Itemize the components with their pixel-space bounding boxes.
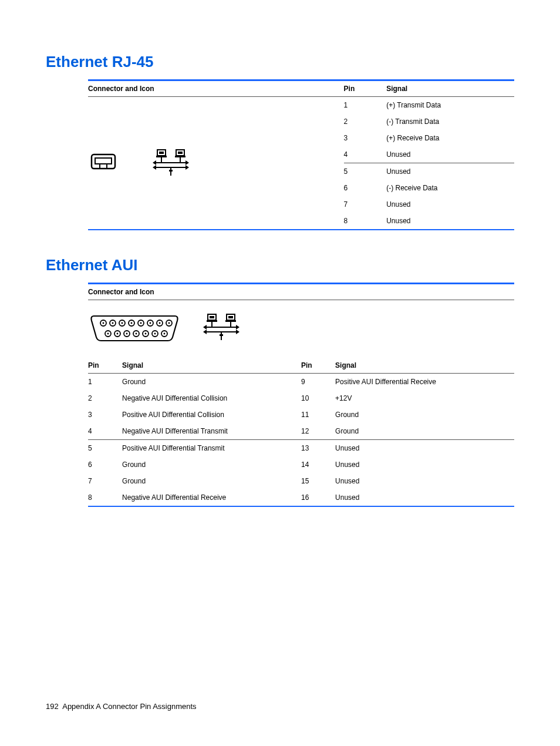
table-cell: 1 — [88, 374, 122, 391]
svg-point-35 — [112, 322, 114, 324]
svg-rect-5 — [156, 156, 167, 157]
network-icon — [202, 313, 241, 342]
table-cell: 6 — [344, 180, 387, 196]
col-signal: Signal — [386, 80, 514, 97]
table-cell: 3 — [88, 406, 122, 423]
svg-point-44 — [126, 333, 128, 335]
table-cell: Unused — [386, 213, 514, 230]
svg-rect-18 — [169, 170, 173, 172]
section-aui: Ethernet AUI Connector and Icon — [46, 256, 514, 507]
svg-point-40 — [159, 322, 161, 324]
table-cell: +12V — [335, 390, 514, 406]
svg-rect-4 — [159, 152, 164, 154]
svg-marker-16 — [185, 165, 189, 170]
table-cell: Ground — [122, 456, 301, 473]
svg-rect-50 — [210, 316, 214, 318]
table-cell: 4 — [88, 423, 122, 440]
table-cell: Ground — [122, 473, 301, 489]
table-cell: 6 — [88, 456, 122, 473]
table-cell: Negative AUI Differential Receive — [122, 489, 301, 506]
svg-point-47 — [154, 333, 156, 335]
svg-point-38 — [140, 322, 142, 324]
table-cell: 5 — [344, 163, 387, 180]
table-cell: Ground — [335, 423, 514, 440]
svg-rect-54 — [225, 320, 236, 322]
col-connector: Connector and Icon — [88, 80, 344, 97]
table-aui-pins: Pin Signal Pin Signal 1Ground 9Positive … — [88, 358, 514, 507]
table-cell: 4 — [344, 146, 387, 163]
table-cell: Unused — [335, 456, 514, 473]
col-signal: Signal — [335, 358, 514, 374]
col-pin: Pin — [301, 358, 335, 374]
table-cell: Unused — [386, 196, 514, 213]
svg-marker-58 — [203, 325, 207, 330]
svg-point-41 — [168, 322, 170, 324]
table-cell: 2 — [344, 113, 387, 130]
svg-point-37 — [131, 322, 133, 324]
col-pin: Pin — [344, 80, 387, 97]
table-cell: Unused — [335, 489, 514, 506]
table-cell: Unused — [335, 473, 514, 489]
table-cell: Positive AUI Differential Transmit — [122, 440, 301, 457]
table-cell: 10 — [301, 390, 335, 406]
table-cell: 2 — [88, 390, 122, 406]
connector-diagram-cell — [88, 300, 514, 358]
col-pin: Pin — [88, 358, 122, 374]
db15-connector-icon — [90, 312, 178, 343]
table-cell: Negative AUI Differential Collision — [122, 390, 301, 406]
table-cell: Positive AUI Differential Collision — [122, 406, 301, 423]
svg-rect-51 — [207, 320, 217, 322]
table-cell: Negative AUI Differential Transmit — [122, 423, 301, 440]
table-cell: 14 — [301, 456, 335, 473]
svg-marker-62 — [236, 330, 239, 334]
svg-point-45 — [136, 333, 137, 335]
section-rj45: Ethernet RJ-45 Connector and Icon Pin Si… — [46, 53, 514, 230]
svg-rect-64 — [220, 334, 223, 336]
svg-rect-8 — [175, 156, 185, 157]
table-cell: 1 — [344, 97, 387, 114]
svg-point-39 — [150, 322, 151, 324]
table-cell: 15 — [301, 473, 335, 489]
svg-marker-13 — [185, 160, 189, 165]
table-cell: (+) Transmit Data — [386, 97, 514, 114]
svg-point-48 — [164, 333, 166, 335]
svg-point-43 — [117, 333, 119, 335]
table-rj45: Connector and Icon Pin Signal — [88, 79, 514, 230]
table-cell: 8 — [344, 213, 387, 230]
table-cell: 3 — [344, 130, 387, 146]
table-cell: 11 — [301, 406, 335, 423]
table-cell: 16 — [301, 489, 335, 506]
rj45-jack-icon — [90, 153, 116, 173]
network-icon — [151, 149, 190, 178]
svg-point-36 — [122, 322, 123, 324]
col-signal: Signal — [122, 358, 301, 374]
table-cell: (+) Receive Data — [386, 130, 514, 146]
table-cell: (-) Transmit Data — [386, 113, 514, 130]
table-cell: 7 — [88, 473, 122, 489]
connector-diagram-cell — [88, 97, 267, 230]
svg-point-42 — [107, 333, 109, 335]
svg-point-46 — [145, 333, 147, 335]
table-cell: 7 — [344, 196, 387, 213]
table-cell: 12 — [301, 423, 335, 440]
svg-rect-7 — [178, 152, 183, 154]
heading-rj45: Ethernet RJ-45 — [46, 53, 514, 71]
svg-marker-12 — [153, 160, 156, 165]
svg-marker-15 — [153, 165, 156, 170]
table-cell: 5 — [88, 440, 122, 457]
page-number: 192 — [46, 702, 59, 711]
table-cell: Ground — [122, 374, 301, 391]
table-cell: 9 — [301, 374, 335, 391]
table-cell: Unused — [386, 146, 514, 163]
svg-point-34 — [103, 322, 104, 324]
table-cell: 13 — [301, 440, 335, 457]
table-cell: Unused — [386, 163, 514, 180]
table-cell: (-) Receive Data — [386, 180, 514, 196]
heading-aui: Ethernet AUI — [46, 256, 514, 274]
svg-marker-59 — [236, 325, 239, 330]
table-cell: Positive AUI Differential Receive — [335, 374, 514, 391]
page-footer: 192 Appendix A Connector Pin Assignments — [46, 702, 197, 711]
footer-text: Appendix A Connector Pin Assignments — [62, 702, 196, 711]
table-aui-header: Connector and Icon — [88, 283, 514, 358]
table-cell: Unused — [335, 440, 514, 457]
